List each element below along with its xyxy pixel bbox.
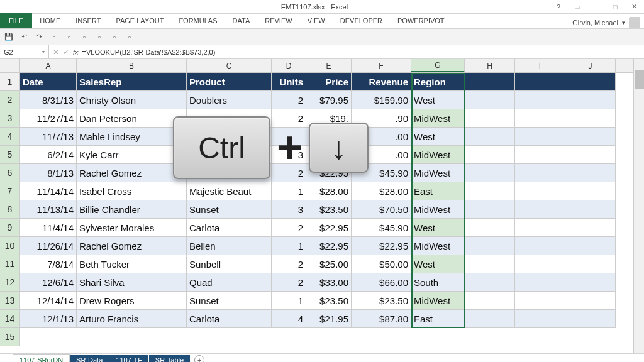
cell[interactable]: 12/14/14 (20, 292, 77, 310)
cell[interactable]: 3 (272, 200, 306, 219)
qat-icon[interactable]: ▫ (49, 32, 59, 42)
tab-page-layout[interactable]: PAGE LAYOUT (108, 13, 171, 28)
cell[interactable]: $87.80 (352, 310, 411, 328)
cell[interactable]: Arturo Francis (77, 310, 187, 328)
tab-developer[interactable]: DEVELOPER (333, 13, 390, 28)
tab-view[interactable]: VIEW (300, 13, 333, 28)
cell[interactable]: Dan Peterson (77, 109, 187, 128)
cell[interactable] (515, 164, 565, 182)
tab-powerpivot[interactable]: POWERPIVOT (390, 13, 452, 28)
cell[interactable]: MidWest (411, 237, 465, 255)
cell[interactable]: Quad (187, 273, 272, 292)
qat-icon[interactable]: ▫ (64, 32, 74, 42)
header-cell[interactable]: Price (306, 73, 352, 91)
cell[interactable]: Mable Lindsey (77, 128, 187, 146)
enter-icon[interactable]: ✓ (63, 48, 69, 57)
qat-icon[interactable]: ▫ (125, 32, 135, 42)
column-header[interactable]: F (352, 59, 411, 72)
header-cell[interactable] (465, 73, 515, 91)
cell[interactable]: 11/26/14 (20, 237, 77, 255)
minimize-icon[interactable]: — (589, 2, 604, 12)
cell[interactable]: 2 (272, 255, 306, 273)
column-header[interactable]: C (187, 59, 272, 72)
header-cell[interactable]: Product (187, 73, 272, 91)
select-all-corner[interactable] (0, 59, 20, 73)
cell[interactable]: Sunbell (187, 255, 272, 273)
cell[interactable] (565, 182, 616, 200)
column-header[interactable]: G (411, 59, 465, 72)
row-header[interactable]: 5 (0, 146, 19, 164)
row-header[interactable]: 14 (0, 310, 19, 328)
cell[interactable]: 1 (272, 237, 306, 255)
file-tab[interactable]: FILE (0, 13, 32, 28)
header-cell[interactable]: Date (20, 73, 77, 91)
cell[interactable]: 4 (272, 310, 306, 328)
cell[interactable]: Drew Rogers (77, 292, 187, 310)
cell[interactable]: West (411, 255, 465, 273)
cell[interactable] (515, 219, 565, 237)
cell[interactable]: MidWest (411, 164, 465, 182)
row-header[interactable]: 12 (0, 273, 19, 292)
row-header[interactable]: 1 (0, 73, 19, 91)
close-icon[interactable]: ✕ (626, 2, 641, 12)
qat-icon[interactable]: ▫ (109, 32, 119, 42)
row-header[interactable]: 9 (0, 219, 19, 237)
header-cell[interactable]: SalesRep (77, 73, 187, 91)
cell[interactable] (515, 182, 565, 200)
cell[interactable]: $66.00 (352, 273, 411, 292)
cell[interactable]: 12/1/13 (20, 310, 77, 328)
cell[interactable]: South (411, 273, 465, 292)
cell[interactable]: Bellen (187, 237, 272, 255)
row-header[interactable]: 11 (0, 255, 19, 273)
header-cell[interactable] (565, 73, 616, 91)
header-cell[interactable]: Region (411, 73, 465, 91)
undo-icon[interactable]: ↶ (19, 32, 29, 42)
cell[interactable]: Sunset (187, 292, 272, 310)
cell[interactable] (565, 164, 616, 182)
cell[interactable]: MidWest (411, 200, 465, 219)
cell[interactable]: 1 (272, 292, 306, 310)
cell[interactable]: Carlota (187, 310, 272, 328)
new-sheet-button[interactable]: + (194, 355, 204, 363)
sheet-tab[interactable]: SR-Data (70, 355, 109, 363)
cell[interactable]: MidWest (411, 146, 465, 164)
column-header[interactable]: H (465, 59, 515, 72)
cell[interactable] (515, 128, 565, 146)
cell[interactable] (565, 146, 616, 164)
cell[interactable]: $70.50 (352, 200, 411, 219)
cell[interactable] (565, 219, 616, 237)
cell[interactable] (515, 310, 565, 328)
tab-insert[interactable]: INSERT (68, 13, 108, 28)
column-header[interactable]: I (515, 59, 565, 72)
cell[interactable] (565, 310, 616, 328)
scroll-thumb[interactable] (635, 70, 644, 89)
cell[interactable] (515, 109, 565, 128)
cell[interactable]: 12/6/14 (20, 273, 77, 292)
cell[interactable] (465, 237, 515, 255)
cell[interactable] (565, 292, 616, 310)
avatar[interactable] (629, 17, 640, 28)
help-icon[interactable]: ? (551, 2, 566, 12)
cell[interactable]: Billie Chandler (77, 200, 187, 219)
tab-home[interactable]: HOME (32, 13, 68, 28)
cell[interactable] (565, 237, 616, 255)
cell[interactable] (565, 91, 616, 109)
cell[interactable]: West (411, 91, 465, 109)
cell[interactable]: MidWest (411, 109, 465, 128)
row-header[interactable]: 10 (0, 237, 19, 255)
header-cell[interactable]: Units (272, 73, 306, 91)
cell[interactable]: East (411, 310, 465, 328)
cell[interactable]: $28.00 (306, 182, 352, 200)
tab-formulas[interactable]: FORMULAS (171, 13, 225, 28)
column-header[interactable]: D (272, 59, 306, 72)
cell[interactable] (465, 200, 515, 219)
spreadsheet-grid[interactable]: 123456789101112131415 ABCDEFGHIJ DateSal… (0, 59, 644, 353)
cell[interactable] (465, 310, 515, 328)
cell[interactable]: $79.95 (306, 91, 352, 109)
cell[interactable] (565, 200, 616, 219)
user-name[interactable]: Girvin, Michael (572, 19, 618, 26)
cell[interactable] (465, 273, 515, 292)
column-header[interactable]: B (77, 59, 187, 72)
cell[interactable]: Shari Silva (77, 273, 187, 292)
cell[interactable]: $23.50 (306, 200, 352, 219)
